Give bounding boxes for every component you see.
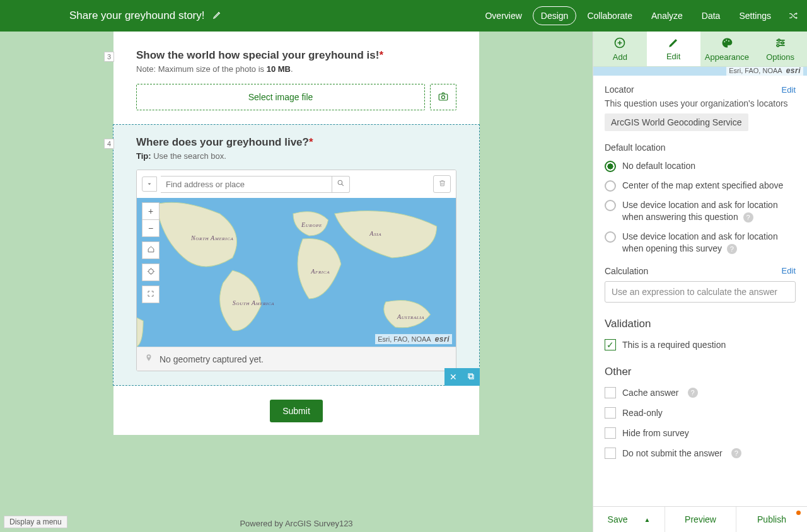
publish-button[interactable]: Publish	[736, 507, 807, 532]
fullscreen-button[interactable]	[142, 286, 160, 303]
header-nav: Overview Design Collaborate Analyze Data…	[477, 6, 798, 25]
locator-edit-link[interactable]: Edit	[782, 85, 796, 95]
radio-icon	[605, 200, 616, 211]
nosubmit-checkbox[interactable]: Do not submit the answer?	[605, 448, 796, 459]
radio-icon	[605, 180, 616, 192]
palette-icon	[721, 37, 733, 51]
question-num-3: 3	[104, 52, 114, 62]
camera-button[interactable]	[430, 84, 456, 110]
app-header: Share your greyhound story! Overview Des…	[0, 0, 807, 32]
svg-text:Asia: Asia	[369, 230, 381, 237]
map-status-bar: No geometry captured yet.	[137, 347, 456, 371]
map-thumbnail[interactable]: Esri, FAO, NOAAesri	[593, 67, 807, 76]
remove-question-button[interactable]: ✕	[444, 368, 462, 386]
search-scope-button[interactable]	[142, 176, 157, 192]
question-title: Where does your greyhound live?*	[136, 136, 456, 149]
caret-up-icon: ▲	[644, 516, 651, 523]
zoom-out-button[interactable]: −	[142, 219, 160, 237]
tab-overview[interactable]: Overview	[477, 6, 530, 25]
map-basemap: North America South America Europe Afric…	[137, 198, 456, 347]
help-icon[interactable]: ?	[743, 212, 753, 223]
tab-data[interactable]: Data	[694, 6, 729, 25]
help-icon[interactable]: ?	[727, 244, 737, 254]
properties-panel: Add Edit Appearance Options Esri, FAO, N…	[593, 32, 807, 506]
pencil-icon[interactable]	[212, 10, 222, 21]
panel-tab-add[interactable]: Add	[593, 32, 647, 66]
plus-circle-icon	[613, 37, 626, 51]
svg-point-18	[781, 42, 783, 43]
question-gender: Female	[113, 32, 479, 38]
question-num-4: 4	[104, 139, 114, 149]
survey-title: Share your greyhound story!	[69, 9, 205, 22]
panel-tab-options[interactable]: Options	[753, 32, 807, 66]
save-button[interactable]: Save▲	[593, 507, 665, 532]
statusbar-hint: Display a menu	[4, 516, 67, 528]
svg-text:North America: North America	[190, 234, 233, 241]
address-input[interactable]	[161, 176, 332, 193]
svg-point-14	[724, 41, 725, 42]
help-icon[interactable]: ?	[731, 448, 741, 458]
chevron-down-icon	[146, 179, 153, 189]
minus-icon: −	[148, 223, 153, 233]
hide-checkbox[interactable]: Hide from survey	[605, 427, 796, 439]
map-search-bar	[137, 170, 456, 198]
map-canvas[interactable]: North America South America Europe Afric…	[137, 198, 456, 347]
locate-icon	[147, 267, 155, 277]
select-image-button[interactable]: Select image file	[136, 84, 425, 110]
esri-badge: esri	[435, 335, 450, 344]
required-checkbox[interactable]: This is a required question	[605, 339, 796, 350]
checkbox-icon	[605, 427, 616, 439]
svg-rect-12	[468, 373, 472, 377]
validation-title: Validation	[605, 318, 796, 330]
svg-point-17	[777, 39, 779, 41]
calc-input[interactable]: Use an expression to calculate the answe…	[605, 281, 796, 303]
tab-collaborate[interactable]: Collaborate	[579, 6, 641, 25]
tab-analyze[interactable]: Analyze	[643, 6, 691, 25]
tab-settings[interactable]: Settings	[731, 6, 779, 25]
help-icon[interactable]: ?	[688, 388, 698, 398]
other-title: Other	[605, 366, 796, 378]
question-image[interactable]: 3 Show the world how special your greyho…	[113, 38, 479, 124]
defaultloc-radios: No default location Center of the map ex…	[605, 160, 796, 255]
defaultloc-opt-none[interactable]: No default location	[605, 160, 796, 172]
form-canvas: Female 3 Show the world how special your…	[0, 32, 593, 532]
bottom-action-bar: Save▲ Preview Publish	[593, 506, 807, 532]
search-icon	[337, 179, 345, 189]
tab-design[interactable]: Design	[533, 6, 577, 25]
calc-edit-link[interactable]: Edit	[782, 266, 796, 275]
cache-checkbox[interactable]: Cache answer?	[605, 387, 796, 398]
submit-button[interactable]: Submit	[270, 400, 323, 422]
form-card: Female 3 Show the world how special your…	[113, 32, 479, 435]
submit-row: Submit	[113, 386, 479, 426]
duplicate-question-button[interactable]	[462, 368, 480, 386]
pencil-icon	[668, 37, 679, 50]
radio-icon	[605, 231, 616, 243]
svg-point-16	[728, 40, 729, 42]
defaultloc-opt-device-answer[interactable]: Use device location and ask for location…	[605, 199, 796, 223]
shuffle-icon[interactable]	[788, 11, 798, 21]
checkbox-icon	[605, 387, 616, 398]
copy-icon	[467, 372, 475, 383]
clear-geometry-button[interactable]	[433, 175, 451, 193]
readonly-checkbox[interactable]: Read-only	[605, 407, 796, 419]
zoom-in-button[interactable]: +	[142, 202, 160, 220]
powered-by: Powered by ArcGIS Survey123	[113, 510, 479, 529]
svg-text:South America: South America	[233, 299, 275, 306]
sliders-icon	[774, 37, 787, 51]
question-map[interactable]: 4 Where does your greyhound live?* Tip: …	[113, 124, 480, 386]
panel-tab-appearance[interactable]: Appearance	[700, 32, 754, 66]
locator-tag[interactable]: ArcGIS World Geocoding Service	[605, 113, 748, 131]
preview-button[interactable]: Preview	[665, 507, 736, 532]
panel-body: Esri, FAO, NOAAesri Locator Edit This qu…	[593, 67, 807, 506]
pin-icon	[144, 354, 153, 364]
search-button[interactable]	[332, 176, 350, 193]
trash-icon	[438, 179, 446, 189]
checkbox-icon	[605, 407, 616, 419]
defaultloc-opt-device-open[interactable]: Use device location and ask for location…	[605, 231, 796, 255]
calc-label: Calculation	[605, 266, 648, 276]
home-button[interactable]	[142, 241, 160, 259]
question-tip: Tip: Use the search box.	[136, 151, 456, 161]
locate-button[interactable]	[142, 263, 160, 281]
panel-tab-edit[interactable]: Edit	[647, 32, 700, 66]
defaultloc-opt-center[interactable]: Center of the map extent specified above	[605, 180, 796, 192]
